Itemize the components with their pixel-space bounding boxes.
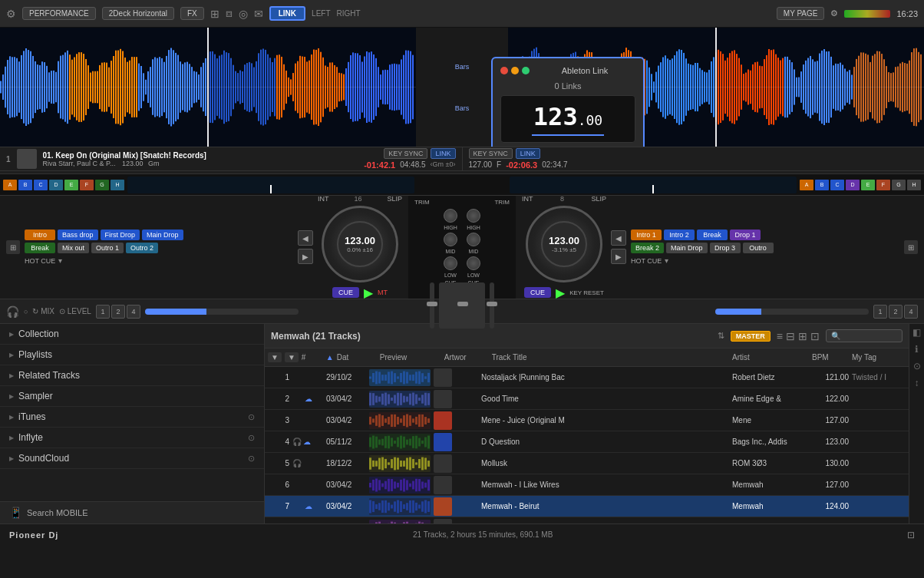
beat-4-right[interactable]: 4 [904, 305, 918, 319]
sidebar-item-soundcloud[interactable]: ▶ SoundCloud ⊙ [0, 448, 264, 469]
progress-bar-left[interactable] [145, 309, 299, 315]
hotcue-b-left[interactable]: B [18, 180, 32, 190]
filter-btn-1[interactable]: ▼ [268, 352, 282, 362]
hotcue-outro-right[interactable]: Outro [743, 243, 774, 253]
search-input[interactable] [826, 329, 903, 342]
list-view-icon-2[interactable]: ⊟ [786, 330, 795, 342]
level-label[interactable]: ⊙ LEVEL [59, 307, 91, 315]
fader-right[interactable] [490, 282, 494, 329]
hotcue-f-left[interactable]: F [80, 180, 94, 190]
hotcue-h-right[interactable]: H [907, 180, 921, 190]
cue-btn-right[interactable]: CUE [524, 287, 551, 298]
mt-label-left[interactable]: MT [378, 289, 388, 296]
mix-label[interactable]: ↻ MIX [32, 307, 54, 315]
mid-knob-right[interactable] [467, 233, 480, 246]
mini-wave-right[interactable] [510, 177, 797, 193]
next-btn-right[interactable]: ▶ [611, 249, 626, 264]
grid-view-icon-2[interactable]: ⊡ [810, 330, 820, 342]
track-row[interactable]: 3 03/04/2 Mene - Juice (Original M Mene … [265, 410, 909, 431]
layout-btn[interactable]: 2Deck Horizontal [102, 7, 174, 20]
hotcue-break-left[interactable]: Break [25, 243, 55, 253]
hotcue-drop1-right[interactable]: Drop 1 [730, 230, 761, 240]
tl-red[interactable] [500, 67, 508, 74]
filter-btn-2[interactable]: ▼ [285, 352, 299, 362]
mid-knob-left[interactable] [444, 233, 457, 246]
hotcue-d-left[interactable]: D [49, 180, 63, 190]
hotcue-d-right[interactable]: D [846, 180, 860, 190]
track-row[interactable]: 7 ☁ 03/04/2 Memwah - Beirut Memwah 124.0… [265, 496, 909, 517]
track-row[interactable]: 2 ☁ 03/04/2 Good Time Amine Edge & 122.0… [265, 388, 909, 410]
headphone-icon[interactable]: 🎧 [6, 306, 19, 318]
expand-btn-right[interactable]: ⊞ [904, 240, 918, 254]
beat-1-right[interactable]: 1 [873, 305, 887, 319]
sidebar-item-collection[interactable]: ▶ Collection [0, 324, 264, 345]
cue-btn-left[interactable]: CUE [332, 287, 359, 298]
master-btn[interactable]: MASTER [731, 331, 771, 342]
int-label-right[interactable]: INT [522, 195, 533, 203]
next-btn-left[interactable]: ▶ [298, 249, 313, 264]
hotcue-outro2-left[interactable]: Outro 2 [126, 243, 158, 253]
crossfader[interactable] [439, 282, 485, 329]
progress-bar-right[interactable] [715, 309, 869, 315]
sidebar-item-itunes[interactable]: ▶ iTunes ⊙ [0, 407, 264, 428]
hotcue-intro1-right[interactable]: Intro 1 [631, 230, 662, 240]
sort-up-icon[interactable]: ▲ [326, 353, 334, 362]
play-btn-right[interactable]: ▶ [556, 286, 565, 300]
hotcue-c-left[interactable]: C [34, 180, 48, 190]
hotcue-break-right[interactable]: Break [697, 230, 728, 240]
waveform-left[interactable]: // Generate waveform bars via JS [0, 28, 416, 147]
hotcue-maindrop-left[interactable]: Main Drop [142, 230, 183, 240]
fullscreen-icon[interactable]: ⊡ [907, 530, 915, 540]
hotcue-break2-right[interactable]: Break 2 [631, 243, 664, 253]
rp-icon-4[interactable]: ↕ [915, 378, 919, 388]
prev-btn-right[interactable]: ◀ [611, 230, 626, 246]
hotcue-down-icon-right[interactable]: ▾ [665, 256, 668, 265]
headphone-top-icon[interactable]: ◎ [239, 8, 248, 20]
platter-left[interactable]: 123.00 0.0% ±16 [322, 206, 398, 282]
hotcue-h-left[interactable]: H [111, 180, 124, 190]
track-row[interactable]: 6 03/04/2 Memwah - I Like Wires Memwah 1… [265, 474, 909, 496]
fader-left[interactable] [430, 282, 434, 329]
sidebar-item-sampler[interactable]: ▶ Sampler [0, 386, 264, 407]
expand-btn-left[interactable]: ⊞ [6, 240, 20, 254]
hotcue-b-right[interactable]: B [815, 180, 829, 190]
track-row[interactable]: 5 🎧 18/12/2 Mollusk ROM 3Ø3 130.00 [265, 453, 909, 474]
sidebar-item-playlists[interactable]: ▶ Playlists [0, 345, 264, 365]
low-knob-left[interactable] [444, 256, 457, 270]
sidebar-item-related[interactable]: ▶ Related Tracks [0, 365, 264, 386]
track-row[interactable]: 1 29/10/2 Nostaljack |Running Bac Robert… [265, 367, 909, 388]
hotcue-e-left[interactable]: E [64, 180, 78, 190]
hotcue-c-right[interactable]: C [830, 180, 844, 190]
list-view-icon[interactable]: ≡ [777, 330, 783, 342]
slip-label-right[interactable]: SLIP [591, 195, 606, 203]
fx-btn[interactable]: FX [180, 7, 204, 20]
tl-yellow[interactable] [511, 67, 519, 74]
hotcue-down-icon-left[interactable]: ▾ [58, 256, 62, 265]
settings-icon[interactable]: ⚙ [6, 8, 16, 20]
platter-right[interactable]: 123.00 -3.1% ±5 [526, 206, 602, 282]
track-row[interactable]: 4 🎧 ☁ 05/11/2 D Question Bags Inc., Addi… [265, 431, 909, 453]
track-row[interactable]: 8 22/01/2 Can you Feel it (Remix) Mr Fin… [265, 517, 909, 524]
sidebar-item-inflyte[interactable]: ▶ Inflyte ⊙ [0, 428, 264, 448]
hotcue-f-right[interactable]: F [876, 180, 890, 190]
hotcue-firstdrop-left[interactable]: First Drop [101, 230, 140, 240]
hotcue-outro1-left[interactable]: Outro 1 [91, 243, 124, 253]
prev-btn-left[interactable]: ◀ [298, 230, 313, 246]
link-btn-left[interactable]: LINK [431, 148, 455, 159]
grid-view-icon[interactable]: ⊞ [798, 330, 807, 342]
hotcue-a-left[interactable]: A [3, 180, 17, 190]
rp-icon-2[interactable]: ℹ [915, 344, 919, 355]
sort-icon[interactable]: ⇅ [718, 331, 724, 341]
hotcue-drop3-right[interactable]: Drop 3 [710, 243, 741, 253]
envelope-icon[interactable]: ✉ [254, 8, 263, 20]
int-label-left[interactable]: INT [318, 195, 329, 203]
tl-green[interactable] [522, 67, 530, 74]
beat-2-right[interactable]: 2 [889, 305, 903, 319]
link-btn-right[interactable]: LINK [516, 148, 540, 159]
hotcue-a-right[interactable]: A [800, 180, 813, 190]
low-knob-right[interactable] [467, 256, 480, 270]
hotcue-g-right[interactable]: G [892, 180, 906, 190]
hotcue-maindrop-right[interactable]: Main Drop [666, 243, 708, 253]
slip-label-left[interactable]: SLIP [387, 195, 402, 203]
hotcue-intro-left[interactable]: Intro [25, 230, 55, 240]
